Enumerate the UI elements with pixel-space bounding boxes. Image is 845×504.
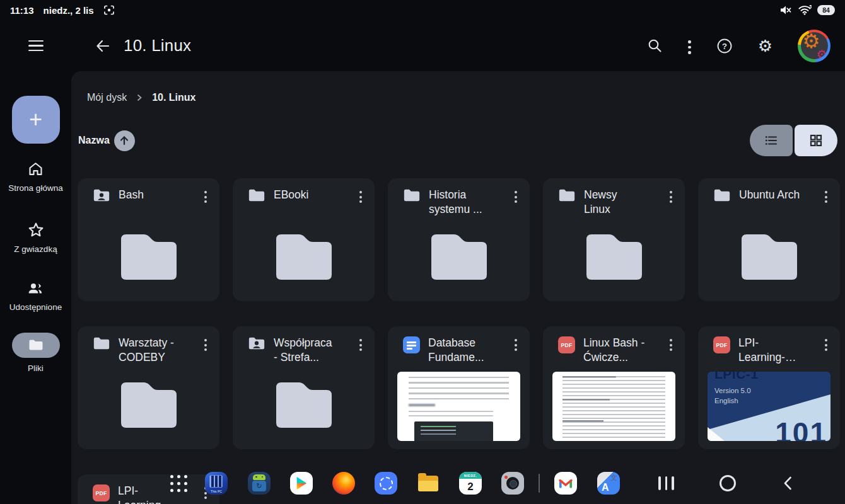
file-card-ubuntu[interactable]: Ubuntu Arch [698,178,840,301]
more-options-icon[interactable] [515,336,517,351]
camera-red-dot [504,476,508,479]
firefox-app-icon[interactable] [332,472,355,495]
mute-icon [779,4,792,16]
status-date: niedz., 2 lis [44,5,94,16]
sidebar-item-shared[interactable]: Udostępnione [0,280,71,312]
back-icon[interactable] [95,38,111,54]
taskbar: This PC ↻ NIEDZ. 2 [0,464,845,504]
cover-number: 101 [775,416,827,441]
gmail-app-icon[interactable] [554,472,577,495]
signal-app-icon[interactable] [375,472,397,495]
more-options-icon[interactable] [825,336,827,351]
file-card-lpi-1[interactable]: PDF LPI-Learning-Mater... 101 LPIC-1 Ver… [698,326,840,449]
status-bar: 11:13 niedz., 2 lis 5 84 [0,0,845,20]
file-card-wspolpraca[interactable]: Współpraca - Strefa... [233,326,375,449]
menu-icon[interactable] [28,40,44,51]
new-button[interactable]: + [12,96,60,144]
breadcrumb-current: 10. Linux [152,92,195,103]
more-options-icon[interactable] [204,336,207,351]
nav-recents-button[interactable] [658,476,674,490]
file-card-historia[interactable]: Historia systemu ... [388,178,530,301]
file-card-database[interactable]: Database Fundame... [388,326,530,449]
more-options-icon[interactable] [670,188,672,203]
folder-thumbnail [116,231,182,283]
gmail-m-icon [558,478,573,490]
nav-back-button[interactable] [780,475,796,491]
svg-text:5: 5 [810,4,812,9]
document-preview [552,372,675,441]
dock-divider [539,474,540,493]
list-view-button[interactable] [750,125,793,156]
file-card-ebooki[interactable]: EBooki [233,178,375,301]
android-backup-app-icon[interactable]: ↻ [248,472,271,495]
cover-preview: 101 LPIC-1 Version 5.0 English [708,372,830,441]
calendar-app-icon[interactable]: NIEDZ. 2 [459,472,482,495]
shared-folder-icon [248,336,265,350]
account-avatar[interactable]: ⚙⚙ [798,30,830,62]
more-options-icon[interactable] [359,188,362,203]
more-options-icon[interactable] [204,188,207,203]
this-pc-app-icon[interactable]: This PC [205,472,228,495]
camera-lens-icon [506,477,519,490]
chinese-char-icon: 文 [610,473,617,483]
sort-label[interactable]: Nazwa [78,135,110,146]
calendar-day: 2 [459,479,482,495]
people-icon [26,280,45,297]
more-options-icon[interactable] [670,336,672,351]
sidebar-item-files[interactable]: Pliki [0,333,71,374]
star-icon [27,221,45,239]
search-icon[interactable] [647,38,663,54]
avatar-image: ⚙⚙ [801,32,828,59]
folder-icon [558,188,576,202]
speech-bubble-icon [380,477,393,490]
more-options-icon[interactable] [359,336,362,351]
folder-thumbnail [737,231,802,283]
file-card-linux-bash[interactable]: PDF Linux Bash - Ćwicze... [543,326,685,449]
play-store-app-icon[interactable] [290,472,313,495]
list-view-icon [764,134,778,147]
sidebar-item-label: Udostępnione [9,302,62,312]
file-card-bash[interactable]: Bash [78,178,219,301]
folder-thumbnail [271,231,337,283]
selected-pill [12,333,60,358]
sort-direction-button[interactable] [114,130,135,151]
sidebar-item-starred[interactable]: Z gwiazdką [0,221,71,255]
folder-icon [713,188,731,202]
sidebar-item-label: Z gwiazdką [14,244,57,255]
nav-home-button[interactable] [720,475,736,491]
android-robot-icon [253,474,265,480]
folder-icon [248,188,265,202]
more-options-icon[interactable] [515,188,517,203]
battery-indicator: 84 [817,5,835,15]
breadcrumb-root[interactable]: Mój dysk [87,92,127,103]
sidebar-item-label: Pliki [28,363,44,374]
page-curl [708,427,725,441]
translate-app-icon[interactable]: 文 A [597,472,620,495]
file-card-warsztaty[interactable]: Warsztaty - CODEBY [78,326,219,449]
clock: 11:13 [10,5,34,16]
file-card-newsy[interactable]: Newsy Linux [543,178,685,301]
restore-arrow-icon: ↻ [252,481,266,491]
settings-icon[interactable]: ⚙ [758,38,772,54]
home-icon [27,161,44,178]
my-files-app-icon[interactable] [417,472,440,495]
sidebar-item-home[interactable]: Strona główna [0,161,71,193]
cover-language: English [714,397,738,404]
grid-view-icon [809,134,823,147]
folder-thumbnail [116,379,182,431]
svg-text:?: ? [722,41,727,50]
latin-a-icon: A [602,482,609,493]
grid-view-button[interactable] [795,125,837,156]
calendar-weekday: NIEDZ. [459,472,482,479]
file-name: Warsztaty - CODEBY [119,336,180,365]
camera-app-icon[interactable] [501,472,524,495]
file-name: Ubuntu Arch [739,188,800,202]
overflow-menu-icon[interactable] [688,37,691,54]
help-icon[interactable]: ? [716,38,733,54]
sidebar-item-label: Strona główna [8,183,62,193]
pdf-icon: PDF [713,336,730,353]
more-options-icon[interactable] [825,188,827,203]
folder-icon [403,188,421,202]
file-name: Linux Bash - Ćwicze... [583,336,645,365]
app-drawer-icon[interactable] [170,475,187,492]
